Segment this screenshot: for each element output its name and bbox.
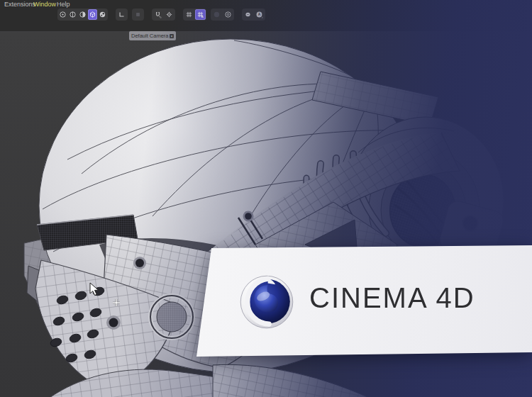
svg-text:A: A <box>258 13 261 16</box>
menu-window[interactable]: Window <box>33 1 56 8</box>
toolbar-group-snapping <box>152 9 175 21</box>
snap-settings-icon[interactable] <box>164 9 174 20</box>
toolbar-group-shading <box>57 9 108 21</box>
shading-rendered-icon[interactable] <box>98 9 107 20</box>
camera-tab-label: Default Camera <box>131 33 170 39</box>
overlay-square-icon[interactable] <box>133 9 143 20</box>
grid-snap-icon[interactable]: A <box>195 9 206 20</box>
toolbar-group-overlay <box>132 9 144 21</box>
shading-solid-outline-icon[interactable] <box>68 9 77 20</box>
grid-icon[interactable] <box>184 9 194 20</box>
helmet-wireframe-render <box>0 32 532 397</box>
camera-tab[interactable]: Default Camera × <box>129 31 176 40</box>
magnet-icon[interactable] <box>153 9 163 20</box>
toolbar-group-grid: A <box>183 9 206 21</box>
toolbar: A A <box>0 9 532 21</box>
proportional-off-icon[interactable] <box>211 9 222 20</box>
close-icon[interactable]: × <box>170 34 174 38</box>
shading-material-icon[interactable] <box>78 9 87 20</box>
menu-help[interactable]: Help <box>57 1 70 8</box>
toolbar-group-annotate: A <box>242 9 265 21</box>
annotate-a-icon[interactable]: A <box>254 9 265 20</box>
toolbar-group-gizmo <box>116 9 128 21</box>
target-icon[interactable] <box>223 9 233 20</box>
svg-text:A: A <box>201 15 204 18</box>
menu-extensions[interactable]: Extensions <box>4 1 35 8</box>
cinema4d-window: Extensions Window Help <box>0 0 532 397</box>
shading-solid-icon[interactable] <box>88 9 97 20</box>
toolbar-group-proportional <box>211 9 234 21</box>
blob-icon[interactable] <box>243 9 253 20</box>
top-bar: Extensions Window Help <box>0 0 532 31</box>
shading-wireframe-icon[interactable] <box>58 9 67 20</box>
3d-viewport[interactable] <box>0 31 532 397</box>
axis-corner-icon[interactable] <box>116 9 127 20</box>
